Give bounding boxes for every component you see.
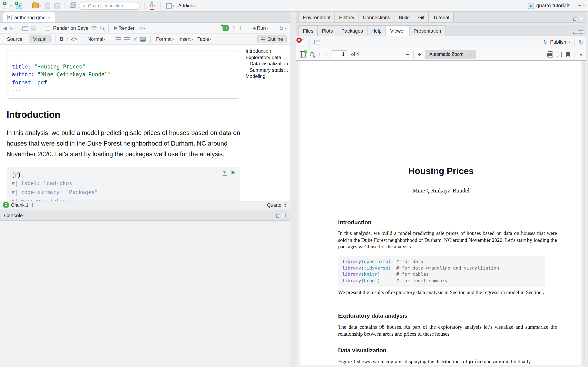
forward-icon[interactable]: ▶ bbox=[9, 26, 13, 30]
tab-tutorial[interactable]: Tutorial bbox=[429, 12, 454, 22]
chevron-down-icon[interactable]: ▾ bbox=[569, 41, 570, 43]
publish-label[interactable]: Publish bbox=[550, 39, 566, 45]
go-prev-section-icon[interactable]: ⇧ bbox=[232, 26, 235, 30]
pdf-zoom-in-icon[interactable]: + bbox=[418, 51, 421, 58]
open-file-button[interactable]: ▾ bbox=[31, 3, 42, 8]
run-chunks-above-icon[interactable] bbox=[223, 171, 227, 174]
chevron-down-icon: ▾ bbox=[191, 38, 193, 41]
doc-type-label[interactable]: Quarto bbox=[267, 202, 281, 207]
popout-icon[interactable] bbox=[22, 26, 28, 30]
pdf-paragraph-eda: The data contains 98 houses. As part of … bbox=[338, 324, 557, 337]
console-body[interactable] bbox=[0, 220, 290, 367]
console-title[interactable]: Console bbox=[4, 213, 23, 218]
pane-divider[interactable] bbox=[290, 12, 296, 367]
outline-item-summary-statis[interactable]: Summary statis… bbox=[246, 67, 288, 73]
go-next-section-icon[interactable]: ⇩ bbox=[238, 26, 242, 30]
viewer-tabstrip: FilesPlotsPackagesHelpViewerPresentation bbox=[296, 25, 586, 36]
bullet-list-icon[interactable] bbox=[116, 37, 121, 42]
pane-divider[interactable] bbox=[0, 209, 290, 211]
pdf-zoom-out-icon[interactable]: − bbox=[406, 51, 409, 58]
outline-item-data-visualization[interactable]: Data visualization bbox=[246, 61, 288, 67]
pdf-bookmark-icon[interactable] bbox=[566, 52, 570, 57]
chunk-position-label[interactable]: Chunk 1 bbox=[11, 202, 29, 207]
minimize-icon[interactable] bbox=[277, 214, 280, 217]
bold-button[interactable]: B bbox=[60, 36, 63, 42]
pdf-previous-page-icon[interactable]: ↑ bbox=[318, 51, 321, 57]
maximize-icon[interactable] bbox=[282, 214, 286, 217]
pdf-sidebar-toggle-icon[interactable] bbox=[300, 51, 306, 57]
pdf-page-input[interactable]: 1 bbox=[332, 50, 347, 58]
table-menu[interactable]: Table ▾ bbox=[197, 36, 212, 42]
yaml-metadata-block[interactable]: ---title: "Housing Prices"author: "Mine … bbox=[7, 50, 239, 99]
outline-item-modeling[interactable]: Modeling bbox=[246, 73, 288, 80]
pdf-zoom-select[interactable]: Automatic Zoom ⌄ bbox=[425, 50, 476, 58]
numbered-list-icon[interactable] bbox=[124, 37, 130, 42]
close-icon[interactable]: × bbox=[48, 15, 51, 20]
clear-viewer-icon[interactable] bbox=[299, 39, 304, 45]
pdf-scroll-track[interactable] bbox=[585, 61, 586, 365]
outline-item-exploratory-data[interactable]: Exploratory data … bbox=[246, 54, 288, 61]
source-mode-toggle[interactable]: Source bbox=[3, 35, 26, 43]
render-button[interactable]: Render bbox=[113, 25, 135, 31]
tab-environment[interactable]: Environment bbox=[298, 12, 335, 22]
spellcheck-icon[interactable]: ABC✓ bbox=[91, 25, 97, 31]
visual-mode-toggle[interactable]: Visual bbox=[29, 35, 51, 43]
code-chunk-load-pkgs[interactable]: {r}#| label: load-pkgs#| code-summary: "… bbox=[7, 167, 240, 201]
tab-help[interactable]: Help bbox=[367, 25, 386, 36]
project-title[interactable]: quarto-tutorials — ~ bbox=[536, 3, 581, 8]
chunk-jump-icon[interactable]: ▲▼ bbox=[31, 202, 34, 207]
tab-plots[interactable]: Plots bbox=[318, 25, 337, 36]
tab-history[interactable]: History bbox=[335, 12, 359, 22]
goto-file-input[interactable]: ➚ Go to file/function bbox=[79, 2, 140, 9]
tab-authoring-qmd[interactable]: authoring.qmd × bbox=[3, 12, 55, 22]
insert-menu[interactable]: Insert ▾ bbox=[178, 36, 194, 42]
pdf-next-page-icon[interactable]: ↓ bbox=[325, 51, 328, 57]
pdf-search-icon[interactable] bbox=[310, 52, 314, 56]
search-icon[interactable] bbox=[100, 26, 104, 30]
outline-item-introduction[interactable]: Introduction bbox=[246, 48, 288, 54]
run-button[interactable]: ➜ Run ▾ bbox=[251, 25, 269, 31]
tab-viewer[interactable]: Viewer bbox=[386, 25, 410, 36]
minimize-icon[interactable] bbox=[574, 17, 577, 20]
run-chunk-icon[interactable] bbox=[232, 170, 235, 174]
tab-build[interactable]: Build bbox=[394, 12, 414, 22]
back-icon[interactable]: ◀ bbox=[3, 26, 7, 30]
tab-connections[interactable]: Connections bbox=[358, 12, 394, 22]
save-button[interactable] bbox=[44, 3, 51, 9]
addins-menu[interactable]: Addins ▾ bbox=[177, 2, 196, 9]
refresh-viewer-icon[interactable]: ↻ bbox=[579, 39, 583, 45]
maximize-icon[interactable] bbox=[579, 17, 583, 20]
visual-editor-canvas[interactable]: ---title: "Housing Prices"author: "Mine … bbox=[0, 45, 242, 201]
render-options-button[interactable]: ⚙ ▾ bbox=[138, 25, 146, 31]
version-control-button[interactable]: G+ ▾ bbox=[149, 3, 156, 8]
image-icon[interactable] bbox=[140, 37, 146, 42]
maximize-icon[interactable] bbox=[579, 30, 583, 34]
pdf-more-tools-icon[interactable]: » bbox=[579, 51, 582, 57]
link-icon[interactable]: 🔗︎ bbox=[133, 37, 138, 42]
outline-toggle-button[interactable]: Outline bbox=[257, 35, 287, 43]
tab-packages[interactable]: Packages bbox=[337, 25, 367, 36]
chevron-down-icon[interactable]: ▾ bbox=[583, 4, 585, 7]
pdf-download-icon[interactable] bbox=[557, 52, 562, 57]
pdf-viewer-area[interactable]: Housing Prices Mine Çetinkaya-Rundel Int… bbox=[296, 61, 586, 367]
code-format-button[interactable]: </> bbox=[71, 37, 77, 42]
workspace-panes-button[interactable]: ▾ bbox=[165, 2, 175, 9]
new-project-button[interactable]: R+ bbox=[15, 2, 23, 9]
italic-button[interactable]: I bbox=[66, 36, 68, 42]
print-button[interactable] bbox=[69, 3, 76, 8]
tab-files[interactable]: Files bbox=[298, 25, 318, 36]
paragraph-style-select[interactable]: Normal ▾ bbox=[86, 36, 106, 42]
format-menu[interactable]: Format ▾ bbox=[155, 36, 175, 42]
new-file-button[interactable]: + ▾ bbox=[3, 2, 12, 9]
save-icon[interactable] bbox=[31, 25, 36, 31]
render-on-save-checkbox[interactable] bbox=[46, 26, 50, 30]
minimize-icon[interactable] bbox=[574, 30, 577, 34]
insert-chunk-button[interactable]: C bbox=[223, 25, 229, 31]
tab-presentation[interactable]: Presentation bbox=[409, 25, 446, 36]
pdf-print-icon[interactable] bbox=[547, 53, 553, 57]
save-all-button[interactable] bbox=[53, 3, 61, 9]
doc-type-jump-icon[interactable]: ▲▼ bbox=[284, 202, 287, 207]
tab-git[interactable]: Git bbox=[414, 12, 429, 22]
source-button[interactable]: ↻ ▾ bbox=[278, 25, 287, 31]
open-in-browser-icon[interactable] bbox=[314, 40, 320, 44]
